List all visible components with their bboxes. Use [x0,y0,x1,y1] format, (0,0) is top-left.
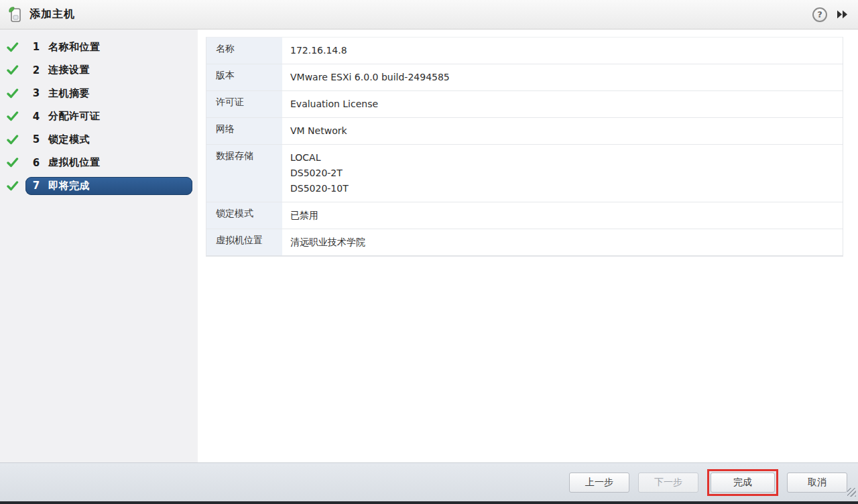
value-line: 172.16.14.8 [290,43,836,58]
step-pill: 6虚拟机位置 [25,153,192,172]
summary-row-label: 网络 [206,118,282,144]
summary-row: 锁定模式已禁用 [206,202,843,229]
wizard-step-5[interactable]: 5锁定模式 [0,128,198,151]
summary-row-value: Evaluation License [282,91,843,117]
wizard-steps-sidebar: 1名称和位置2连接设置3主机摘要4分配许可证5锁定模式6虚拟机位置7即将完成 [0,29,198,462]
step-pill: 4分配许可证 [25,107,192,125]
step-completed-check-icon [7,88,25,99]
value-line: VMware ESXi 6.0.0 build-2494585 [290,70,836,85]
value-line: 已禁用 [290,208,836,223]
step-pill: 3主机摘要 [25,84,192,103]
step-pill: 5锁定模式 [25,131,192,149]
step-label: 锁定模式 [48,133,90,146]
summary-row-value: 清远职业技术学院 [282,229,843,255]
help-icon[interactable]: ? [812,7,827,22]
summary-row: 许可证Evaluation License [206,91,843,118]
summary-row-label: 许可证 [206,91,282,117]
value-line: Evaluation License [290,97,836,112]
back-button[interactable]: 上一步 [569,472,629,493]
cancel-button[interactable]: 取消 [787,472,847,493]
summary-row-value: VMware ESXi 6.0.0 build-2494585 [282,64,843,90]
add-host-icon [8,6,23,23]
value-line: LOCAL [290,150,836,166]
wizard-step-3[interactable]: 3主机摘要 [0,82,198,105]
wizard-step-2[interactable]: 2连接设置 [0,59,198,82]
step-pill: 2连接设置 [25,61,192,79]
summary-panel: 名称172.16.14.8版本VMware ESXi 6.0.0 build-2… [198,29,858,462]
finish-button[interactable]: 完成 [711,472,775,493]
summary-row: 虚拟机位置清远职业技术学院 [206,229,843,256]
step-label: 主机摘要 [48,87,90,100]
summary-row: 数据存储LOCALDS5020-2TDS5020-10T [206,145,843,202]
step-label: 连接设置 [48,64,90,76]
next-button[interactable]: 下一步 [638,472,698,493]
value-line: DS5020-2T [290,166,836,181]
summary-row: 版本VMware ESXi 6.0.0 build-2494585 [206,64,843,91]
step-number: 6 [31,157,42,169]
summary-row-value: LOCALDS5020-2TDS5020-10T [282,145,843,202]
dialog-body: 1名称和位置2连接设置3主机摘要4分配许可证5锁定模式6虚拟机位置7即将完成 名… [0,29,858,462]
step-number: 7 [31,180,42,192]
summary-row-label: 锁定模式 [206,202,282,229]
summary-table: 名称172.16.14.8版本VMware ESXi 6.0.0 build-2… [206,37,843,257]
step-label: 分配许可证 [48,110,101,123]
step-number: 4 [31,111,42,123]
resize-grip[interactable] [847,488,856,497]
finish-button-highlight: 完成 [707,469,778,496]
step-label: 即将完成 [48,180,90,192]
step-pill: 1名称和位置 [25,38,192,56]
wizard-step-1[interactable]: 1名称和位置 [0,36,198,59]
summary-row-label: 虚拟机位置 [206,229,282,255]
wizard-step-4[interactable]: 4分配许可证 [0,105,198,129]
step-number: 2 [31,64,42,76]
add-host-wizard-dialog: 添加主机 ? 1名称和位置2连接设置3主机摘要4分配许可证5锁定模式6虚拟机位置… [0,0,858,504]
bottom-strip [0,501,858,504]
step-completed-check-icon [7,158,25,168]
summary-row-value: 已禁用 [282,202,843,229]
value-line: DS5020-10T [290,181,836,196]
step-completed-check-icon [7,181,25,191]
value-line: VM Network [290,123,836,139]
dialog-title: 添加主机 [29,7,75,21]
dock-arrows-icon[interactable] [837,10,849,19]
summary-row: 网络VM Network [206,118,843,145]
summary-row-value: 172.16.14.8 [282,38,843,64]
step-label: 名称和位置 [48,41,101,54]
step-label: 虚拟机位置 [48,156,101,169]
summary-row-label: 版本 [206,64,282,90]
step-pill: 7即将完成 [25,177,192,195]
step-completed-check-icon [7,65,25,75]
wizard-step-6[interactable]: 6虚拟机位置 [0,151,198,175]
titlebar: 添加主机 ? [0,0,858,29]
value-line: 清远职业技术学院 [290,235,836,250]
step-completed-check-icon [7,42,25,52]
footer-bar: 上一步 下一步 完成 取消 [0,462,858,501]
summary-row-value: VM Network [282,118,843,144]
step-number: 1 [31,41,42,53]
step-completed-check-icon [7,111,25,121]
step-completed-check-icon [7,135,25,145]
wizard-step-7[interactable]: 7即将完成 [0,174,198,198]
summary-row-label: 数据存储 [206,145,282,202]
summary-row: 名称172.16.14.8 [206,38,843,64]
step-number: 3 [31,87,42,99]
summary-row-label: 名称 [206,38,282,64]
step-number: 5 [31,133,42,145]
